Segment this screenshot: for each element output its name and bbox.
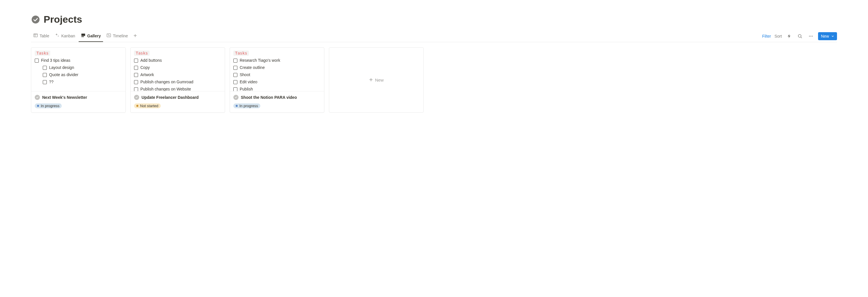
card-preview: TasksResearch Tiago's workCreate outline… (230, 48, 324, 91)
task-item[interactable]: Add buttons (134, 57, 221, 64)
views-bar: Table Kanban Gallery Timeline Filt (31, 30, 837, 42)
view-tab-label: Table (40, 34, 49, 38)
card-footer: Update Freelancer DashboardNot started (131, 91, 225, 112)
checkbox-icon[interactable] (234, 73, 237, 77)
view-tab-label: Kanban (61, 34, 75, 38)
task-item[interactable]: Publish changes on Website (134, 86, 221, 91)
gallery-icon (81, 33, 86, 38)
bolt-icon[interactable] (785, 32, 793, 40)
view-tab-gallery[interactable]: Gallery (79, 30, 103, 42)
checkbox-icon[interactable] (134, 66, 138, 70)
add-view-button[interactable] (131, 32, 139, 40)
task-item[interactable]: Shoot (234, 71, 321, 79)
view-tab-table[interactable]: Table (31, 30, 51, 42)
tasks-heading: Tasks (35, 51, 50, 56)
status-label: In progress (41, 104, 59, 108)
chevron-down-icon (831, 34, 834, 38)
gallery-card[interactable]: TasksResearch Tiago's workCreate outline… (229, 48, 324, 113)
checkbox-icon[interactable] (134, 73, 138, 77)
checkbox-icon[interactable] (43, 66, 47, 70)
check-circle-icon (35, 95, 40, 100)
view-tab-kanban[interactable]: Kanban (53, 30, 77, 42)
task-item[interactable]: Create outline (234, 64, 321, 71)
search-icon[interactable] (796, 32, 804, 40)
card-title: Update Freelancer Dashboard (142, 95, 198, 100)
task-label: Create outline (240, 65, 265, 71)
task-item[interactable]: Edit video (234, 79, 321, 86)
task-item[interactable]: Artwork (134, 71, 221, 79)
card-preview: TasksAdd buttonsCopyArtworkPublish chang… (131, 48, 225, 91)
gallery-card[interactable]: TasksAdd buttonsCopyArtworkPublish chang… (130, 48, 225, 113)
svg-rect-4 (81, 34, 85, 36)
task-label: Publish changes on Website (141, 86, 191, 91)
new-button-label: New (821, 34, 829, 38)
task-item[interactable]: Find 3 tips ideas (35, 57, 122, 64)
timeline-icon (106, 33, 111, 38)
gallery-view: TasksFind 3 tips ideasLayout designQuote… (31, 48, 837, 113)
check-circle-icon (134, 95, 139, 100)
card-title-row: Update Freelancer Dashboard (134, 95, 221, 100)
task-label: Publish changes on Gumroad (141, 79, 193, 85)
checkbox-icon[interactable] (234, 59, 237, 63)
view-tab-timeline[interactable]: Timeline (104, 30, 130, 42)
checkbox-icon[interactable] (234, 87, 237, 91)
views-toolbar: Filter Sort New (762, 32, 837, 40)
card-preview: TasksFind 3 tips ideasLayout designQuote… (31, 48, 125, 91)
check-circle-icon (31, 15, 40, 24)
views-tabs: Table Kanban Gallery Timeline (31, 30, 139, 42)
status-dot-icon (136, 105, 138, 107)
page-header: Projects (31, 14, 837, 25)
task-item[interactable]: Research Tiago's work (234, 57, 321, 64)
status-badge: In progress (35, 103, 62, 108)
sparkle-icon (55, 33, 59, 38)
card-title-row: Shoot the Notion PARA video (234, 95, 321, 100)
checkbox-icon[interactable] (43, 73, 47, 77)
checkbox-icon[interactable] (134, 59, 138, 63)
task-list: Find 3 tips ideasLayout designQuote as d… (35, 57, 122, 86)
svg-line-12 (801, 37, 802, 38)
status-label: Not started (140, 104, 158, 108)
task-item[interactable]: Publish (234, 86, 321, 91)
table-icon (33, 33, 38, 38)
task-label: Quote as divider (49, 72, 79, 78)
task-item[interactable]: ?? (35, 79, 122, 86)
task-label: ?? (49, 79, 54, 85)
check-circle-icon (234, 95, 239, 100)
task-label: Edit video (240, 79, 257, 85)
task-label: Research Tiago's work (240, 57, 280, 63)
task-list: Add buttonsCopyArtworkPublish changes on… (134, 57, 221, 91)
status-label: In progress (239, 104, 258, 108)
task-label: Publish (240, 86, 253, 91)
gallery-card[interactable]: TasksFind 3 tips ideasLayout designQuote… (31, 48, 126, 113)
checkbox-icon[interactable] (43, 80, 47, 84)
view-tab-label: Timeline (113, 34, 128, 38)
status-dot-icon (37, 105, 39, 107)
task-item[interactable]: Copy (134, 64, 221, 71)
more-icon[interactable] (807, 32, 815, 40)
task-label: Layout design (49, 65, 74, 71)
plus-icon (133, 34, 137, 39)
task-item[interactable]: Publish changes on Gumroad (134, 79, 221, 86)
checkbox-icon[interactable] (134, 87, 138, 91)
task-label: Add buttons (141, 57, 162, 63)
checkbox-icon[interactable] (234, 66, 237, 70)
svg-rect-1 (34, 34, 38, 37)
checkbox-icon[interactable] (134, 80, 138, 84)
task-item[interactable]: Quote as divider (35, 71, 122, 79)
card-title: Shoot the Notion PARA video (241, 95, 297, 100)
task-item[interactable]: Layout design (35, 64, 122, 71)
filter-button[interactable]: Filter (762, 34, 771, 38)
checkbox-icon[interactable] (35, 59, 39, 63)
checkbox-icon[interactable] (234, 80, 237, 84)
task-label: Find 3 tips ideas (41, 57, 70, 63)
svg-point-15 (812, 36, 813, 36)
sort-button[interactable]: Sort (774, 34, 782, 38)
tasks-heading: Tasks (234, 51, 249, 56)
new-button[interactable]: New (818, 32, 837, 40)
new-card-button[interactable]: New (329, 48, 424, 113)
status-badge: In progress (234, 103, 260, 108)
view-tab-label: Gallery (87, 34, 101, 38)
svg-rect-6 (107, 34, 111, 37)
card-title-row: Next Week's Newsletter (35, 95, 122, 100)
task-label: Copy (141, 65, 150, 71)
